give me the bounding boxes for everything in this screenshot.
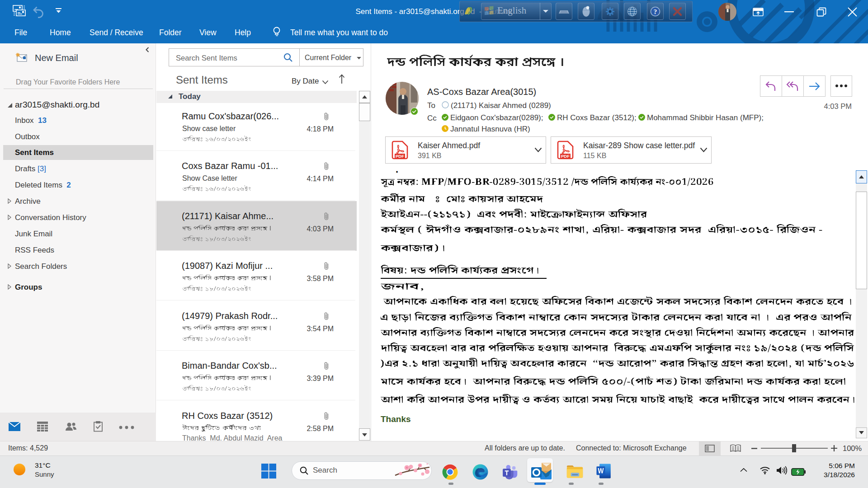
- svg-text:?: ?: [654, 8, 657, 15]
- svg-text:PDF: PDF: [396, 154, 404, 159]
- svg-text:PDF: PDF: [561, 154, 570, 159]
